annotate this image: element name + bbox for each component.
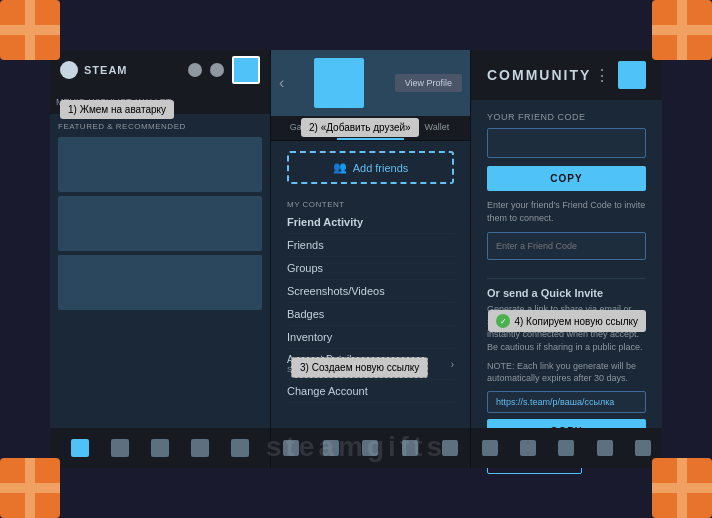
profile-avatar [314, 58, 364, 108]
library-icon[interactable] [323, 440, 339, 456]
copy-friend-code-button[interactable]: COPY [487, 166, 646, 191]
annotation-step4-text: 4) Копируем новую ссылку [514, 316, 638, 327]
menu-item-screenshots[interactable]: Screenshots/Videos [287, 280, 454, 303]
more-options-icon[interactable]: ⋮ [594, 66, 610, 85]
arrow-icon: › [451, 359, 454, 370]
featured-items [58, 137, 262, 310]
add-friends-label: Add friends [353, 162, 409, 174]
steam-logo-icon [60, 61, 78, 79]
invite-link-box: https://s.team/p/ваша/ссылка [487, 391, 646, 413]
community-bottom-nav [471, 428, 662, 468]
community-header-right: ⋮ [594, 61, 646, 89]
community-avatar[interactable] [618, 61, 646, 89]
menu-icon[interactable] [635, 440, 651, 456]
featured-label: FEATURED & RECOMMENDED [58, 122, 262, 131]
view-profile-button[interactable]: View Profile [395, 74, 462, 92]
tag-icon[interactable] [482, 440, 498, 456]
featured-item [58, 255, 262, 310]
shield-icon[interactable] [558, 440, 574, 456]
friend-code-label: Your Friend Code [487, 112, 646, 122]
quick-invite-title: Or send a Quick Invite [487, 287, 646, 299]
menu-item-label: Badges [287, 308, 324, 320]
community-title: COMMUNITY [487, 67, 591, 83]
add-friends-button[interactable]: 👥 Add friends [287, 151, 454, 184]
menu-item-label: Friends [287, 239, 324, 251]
divider [487, 278, 646, 279]
community-header: COMMUNITY ⋮ [471, 50, 662, 100]
annotation-step1: 1) Жмем на аватарку [60, 100, 174, 119]
menu-icon[interactable] [231, 439, 249, 457]
steam-client-panel: STEAM МЕНЮ WISHLIST WALLET 1) Жмем на ав… [50, 50, 270, 468]
menu-item-friend-activity[interactable]: Friend Activity [287, 211, 454, 234]
friend-code-description: Enter your friend's Friend Code to invit… [487, 199, 646, 224]
avatar[interactable] [232, 56, 260, 84]
back-arrow-icon[interactable]: ‹ [279, 74, 284, 92]
bell-icon[interactable] [597, 440, 613, 456]
annotation-step3: 3) Создаем новую ссылку [291, 357, 428, 378]
tag-icon[interactable] [283, 440, 299, 456]
annotation-step2: 2) «Добавить друзей» [301, 118, 419, 137]
menu-icon[interactable] [442, 440, 458, 456]
bell-icon[interactable] [402, 440, 418, 456]
my-content-label: MY CONTENT [271, 194, 470, 211]
annotation-step4: ✓ 4) Копируем новую ссылку [488, 310, 646, 332]
menu-item-label: Groups [287, 262, 323, 274]
add-friends-icon: 👥 [333, 161, 347, 174]
library-icon[interactable] [111, 439, 129, 457]
featured-item [58, 196, 262, 251]
profile-dropdown-panel: ‹ View Profile 2) «Добавить друзей» Game… [270, 50, 470, 468]
gift-bottom-right [652, 458, 712, 518]
gift-bottom-left [0, 458, 60, 518]
steam-bottom-nav [50, 428, 270, 468]
community-panel: COMMUNITY ⋮ Your Friend Code COPY Enter … [470, 50, 662, 468]
bell-icon[interactable] [191, 439, 209, 457]
menu-item-label: Inventory [287, 331, 332, 343]
main-area: STEAM МЕНЮ WISHLIST WALLET 1) Жмем на ав… [50, 50, 662, 468]
menu-item-badges[interactable]: Badges [287, 303, 454, 326]
menu-item-friends[interactable]: Friends [287, 234, 454, 257]
menu-item-inventory[interactable]: Inventory [287, 326, 454, 349]
enter-friend-code-input[interactable] [487, 232, 646, 260]
gift-top-left [0, 0, 60, 60]
shield-icon[interactable] [362, 440, 378, 456]
gift-top-right [652, 0, 712, 60]
steam-header: STEAM [50, 50, 270, 90]
featured-item [58, 137, 262, 192]
menu-item-label: Screenshots/Videos [287, 285, 385, 297]
menu-item-label: Change Account [287, 385, 368, 397]
check-icon: ✓ [496, 314, 510, 328]
more-icon[interactable] [210, 63, 224, 77]
profile-header: ‹ View Profile [271, 50, 470, 116]
middle-bottom-nav [271, 428, 470, 468]
shield-icon[interactable] [151, 439, 169, 457]
menu-item-label: Friend Activity [287, 216, 363, 228]
tag-icon[interactable] [71, 439, 89, 457]
search-icon[interactable] [188, 63, 202, 77]
steam-title: STEAM [84, 64, 128, 76]
menu-item-change-account[interactable]: Change Account [287, 380, 454, 403]
friend-code-input[interactable] [487, 128, 646, 158]
steam-main-content: FEATURED & RECOMMENDED [50, 114, 270, 318]
library-icon[interactable] [520, 440, 536, 456]
quick-invite-notice: NOTE: Each link you generate will be aut… [487, 360, 646, 385]
steam-header-icons [188, 56, 260, 84]
menu-item-groups[interactable]: Groups [287, 257, 454, 280]
